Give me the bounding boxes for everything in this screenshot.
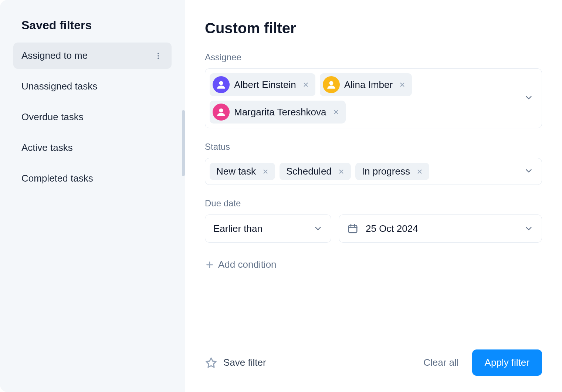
- sidebar-item-label: Unassigned tasks: [21, 81, 97, 92]
- remove-chip-icon[interactable]: [301, 80, 311, 90]
- due-date-label: Due date: [205, 198, 542, 209]
- svg-marker-24: [206, 358, 216, 367]
- chevron-down-icon: [524, 224, 534, 233]
- assignee-chip-label: Albert Einstein: [234, 79, 296, 91]
- main-panel: Custom filter Assignee Albert Einstein: [185, 0, 562, 392]
- save-filter-label: Save filter: [223, 357, 266, 368]
- sidebar-item-label: Completed tasks: [21, 173, 93, 184]
- sidebar-item-completed-tasks[interactable]: Completed tasks: [13, 165, 172, 192]
- avatar: [323, 76, 340, 93]
- status-chip-label: New task: [216, 166, 256, 177]
- calendar-icon: [347, 223, 358, 234]
- page-title: Custom filter: [205, 20, 542, 37]
- svg-point-1: [158, 55, 159, 57]
- scrollbar-thumb[interactable]: [182, 110, 185, 176]
- remove-chip-icon[interactable]: [336, 166, 346, 177]
- avatar: [213, 76, 230, 93]
- svg-point-2: [158, 57, 159, 59]
- chevron-down-icon: [313, 224, 323, 233]
- assignee-label: Assignee: [205, 52, 542, 62]
- status-chip: In progress: [355, 163, 429, 180]
- plus-icon: [205, 260, 214, 270]
- svg-point-9: [219, 108, 223, 112]
- due-date-operator-select[interactable]: Earlier than: [205, 214, 331, 243]
- svg-rect-18: [349, 225, 357, 233]
- main-body: Custom filter Assignee Albert Einstein: [185, 0, 562, 333]
- sidebar-item-active-tasks[interactable]: Active tasks: [13, 135, 172, 161]
- add-condition-label: Add condition: [218, 259, 277, 270]
- svg-point-3: [219, 81, 223, 85]
- status-chip-label: Scheduled: [286, 166, 332, 177]
- due-date-operator-value: Earlier than: [213, 223, 263, 234]
- status-input[interactable]: New task Scheduled In progress: [205, 158, 542, 185]
- assignee-chip: Albert Einstein: [210, 73, 315, 96]
- sidebar-item-unassigned-tasks[interactable]: Unassigned tasks: [13, 73, 172, 99]
- save-filter-button[interactable]: Save filter: [205, 356, 266, 369]
- remove-chip-icon[interactable]: [331, 107, 341, 117]
- avatar: [213, 104, 230, 121]
- assignee-chip: Alina Imber: [320, 73, 412, 96]
- assignee-chip: Margarita Tereshkova: [210, 101, 346, 124]
- due-date-value: 25 Oct 2024: [366, 223, 418, 234]
- status-chip: New task: [210, 163, 275, 180]
- star-icon: [205, 356, 217, 369]
- add-condition-button[interactable]: Add condition: [205, 256, 277, 273]
- due-date-row: Earlier than 25 Oct 2024: [205, 214, 542, 243]
- sidebar-title: Saved filters: [13, 18, 172, 32]
- svg-point-0: [158, 53, 159, 54]
- status-label: Status: [205, 142, 542, 152]
- sidebar-item-label: Assigned to me: [21, 50, 88, 61]
- footer-actions: Clear all Apply filter: [423, 349, 542, 376]
- chevron-down-icon[interactable]: [524, 166, 534, 177]
- remove-chip-icon[interactable]: [414, 166, 425, 177]
- filter-dialog: Saved filters Assigned to me Unassigned …: [0, 0, 562, 392]
- more-vertical-icon[interactable]: [153, 51, 163, 61]
- assignee-chip-label: Margarita Tereshkova: [234, 107, 326, 118]
- clear-all-button[interactable]: Clear all: [423, 357, 458, 368]
- svg-point-6: [329, 81, 333, 85]
- status-chip-label: In progress: [362, 166, 410, 177]
- sidebar-item-assigned-to-me[interactable]: Assigned to me: [13, 43, 172, 69]
- due-date-picker[interactable]: 25 Oct 2024: [339, 214, 542, 243]
- assignee-input[interactable]: Albert Einstein Alina Imber: [205, 68, 542, 128]
- status-chip: Scheduled: [280, 163, 351, 180]
- footer: Save filter Clear all Apply filter: [185, 333, 562, 392]
- sidebar: Saved filters Assigned to me Unassigned …: [0, 0, 185, 392]
- apply-filter-button[interactable]: Apply filter: [472, 349, 542, 376]
- assignee-chip-label: Alina Imber: [344, 79, 393, 91]
- sidebar-item-overdue-tasks[interactable]: Overdue tasks: [13, 104, 172, 130]
- remove-chip-icon[interactable]: [260, 166, 271, 177]
- remove-chip-icon[interactable]: [397, 80, 407, 90]
- sidebar-item-label: Active tasks: [21, 142, 73, 153]
- sidebar-item-label: Overdue tasks: [21, 111, 84, 123]
- chevron-down-icon[interactable]: [524, 93, 534, 104]
